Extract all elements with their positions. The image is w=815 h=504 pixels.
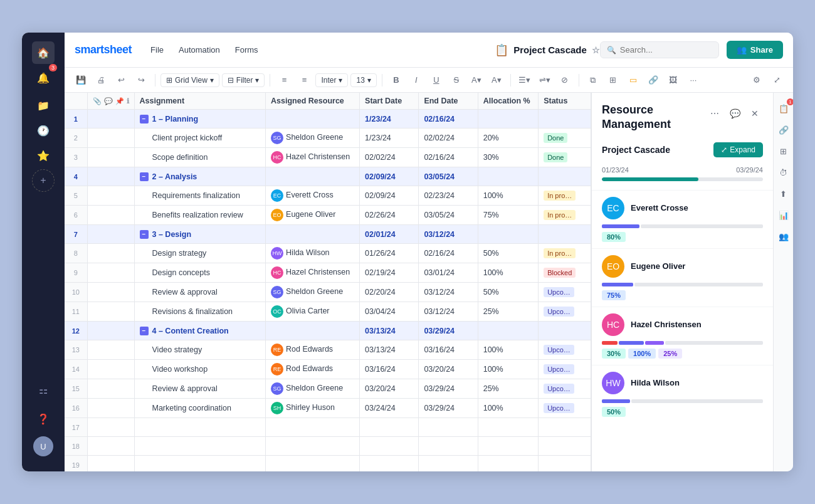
- table-row[interactable]: 3 Scope definition HCHazel Christensen 0…: [65, 148, 591, 167]
- print-button[interactable]: 🖨: [92, 71, 110, 89]
- size-chevron-icon: ▾: [367, 76, 371, 85]
- table-row[interactable]: 2 Client project kickoff SGSheldon Green…: [65, 129, 591, 148]
- table-row[interactable]: 17: [65, 418, 591, 437]
- nav-forms[interactable]: Forms: [234, 43, 260, 57]
- grid-area: 📎💬📌ℹ Assignment Assigned Resource Start …: [65, 93, 793, 471]
- rp-close-button[interactable]: ✕: [747, 105, 763, 122]
- table-row[interactable]: 18: [65, 437, 591, 456]
- more-button[interactable]: ···: [685, 71, 702, 89]
- row-num: 13: [65, 340, 87, 360]
- bgcolor-button[interactable]: A▾: [468, 71, 485, 89]
- row-icons: [87, 148, 134, 167]
- rp-comment-button[interactable]: 💬: [727, 105, 743, 122]
- col-end[interactable]: End Date: [419, 93, 478, 110]
- sidebar-item-folders[interactable]: 📁: [32, 94, 55, 119]
- nav-automation[interactable]: Automation: [177, 43, 221, 57]
- align-text-button[interactable]: ☰▾: [516, 71, 534, 89]
- rs-link-icon[interactable]: 🔗: [776, 122, 792, 138]
- sidebar-item-starred[interactable]: ⭐: [32, 144, 55, 169]
- underline-button[interactable]: U: [428, 71, 445, 89]
- table-row[interactable]: 5 Requirements finalization ECEverett Cr…: [65, 186, 591, 206]
- rp-progress-bar: [602, 177, 763, 181]
- task-cell: Design concepts: [134, 263, 266, 283]
- rp-person: EC Everett Crosse 80%: [592, 190, 773, 248]
- rs-activity-icon[interactable]: 📋 1: [776, 100, 792, 117]
- view-select[interactable]: ⊞ Grid View ▾: [160, 73, 219, 87]
- collapse-button[interactable]: −: [140, 230, 149, 239]
- font-select[interactable]: Inter ▾: [315, 73, 348, 87]
- table-row[interactable]: 6 Benefits realization review EOEugene O…: [65, 206, 591, 225]
- rp-alloc-labels: 30%100%25%: [602, 349, 763, 359]
- col-resource[interactable]: Assigned Resource: [266, 93, 360, 110]
- table-row[interactable]: 11 Revisions & finalization OCOlivia Car…: [65, 302, 591, 322]
- user-avatar[interactable]: U: [33, 436, 53, 456]
- size-select[interactable]: 13 ▾: [350, 73, 376, 87]
- table-row[interactable]: 16 Marketing coordination SHShirley Huso…: [65, 399, 591, 418]
- rs-resource-icon[interactable]: 👥: [776, 228, 792, 244]
- col-start[interactable]: Start Date: [360, 93, 419, 110]
- collapse-button[interactable]: −: [140, 115, 149, 123]
- table-row[interactable]: 7 − 3 – Design 02/01/24 03/12/24: [65, 225, 591, 244]
- textcolor-button[interactable]: A▾: [488, 71, 505, 89]
- settings-button[interactable]: ⚙: [748, 71, 765, 89]
- col-alloc[interactable]: Allocation %: [478, 93, 538, 110]
- filter-select[interactable]: ⊟ Filter ▾: [222, 73, 265, 87]
- rp-person-header: HW Hilda Wilson: [602, 372, 763, 394]
- start-cell: 03/20/24: [360, 379, 419, 399]
- sidebar: 🏠 🔔 3 📁 🕐 ⭐ + ⚏ ❓ U: [22, 33, 65, 471]
- undo-button[interactable]: ↩: [112, 71, 130, 89]
- task-cell: Client project kickoff: [134, 129, 266, 148]
- table-row[interactable]: 9 Design concepts HCHazel Christensen 02…: [65, 263, 591, 283]
- col-status[interactable]: Status: [539, 93, 591, 110]
- search-input[interactable]: [620, 45, 712, 55]
- sidebar-item-recents[interactable]: 🕐: [32, 119, 55, 144]
- sidebar-item-help[interactable]: ❓: [32, 407, 55, 433]
- redo-button[interactable]: ↪: [132, 71, 150, 89]
- group-start: 03/13/24: [360, 322, 419, 340]
- highlight-button[interactable]: ▭: [624, 71, 642, 89]
- rp-expand-button[interactable]: ⤢ Expand: [713, 142, 763, 157]
- nav-file[interactable]: File: [149, 43, 165, 57]
- table-row[interactable]: 13 Video strategy RERod Edwards 03/13/24…: [65, 340, 591, 360]
- search-bar[interactable]: 🔍: [600, 41, 719, 58]
- sidebar-item-add[interactable]: +: [32, 169, 55, 194]
- rp-person-header: HC Hazel Christensen: [602, 313, 763, 336]
- rs-upload-icon[interactable]: ⬆: [776, 186, 792, 202]
- italic-button[interactable]: I: [408, 71, 425, 89]
- save-button[interactable]: 💾: [72, 71, 90, 89]
- clear-format-button[interactable]: ⊘: [556, 71, 574, 89]
- share-button[interactable]: 👥 Share: [727, 41, 783, 59]
- bold-button[interactable]: B: [387, 71, 405, 89]
- rp-more-button[interactable]: ⋯: [707, 105, 723, 122]
- wrap-button[interactable]: ⇌▾: [536, 71, 554, 89]
- star-icon[interactable]: ☆: [592, 45, 600, 55]
- expand-button[interactable]: ⤢: [768, 71, 786, 89]
- table-row[interactable]: 1 − 1 – Planning 1/23/24 02/16/24: [65, 110, 591, 129]
- align-right-button[interactable]: ≡: [295, 71, 313, 89]
- sidebar-item-notifications[interactable]: 🔔 3: [32, 66, 55, 92]
- table-row[interactable]: 14 Video workshop RERod Edwards 03/16/24…: [65, 360, 591, 379]
- sidebar-item-home[interactable]: 🏠: [32, 41, 55, 66]
- sheet-container[interactable]: 📎💬📌ℹ Assignment Assigned Resource Start …: [65, 93, 591, 471]
- collapse-button[interactable]: −: [140, 327, 149, 335]
- table-row[interactable]: 15 Review & approval SGSheldon Greene 03…: [65, 379, 591, 399]
- format-button[interactable]: ⧉: [584, 71, 602, 89]
- rs-time-icon[interactable]: ⏱: [776, 164, 792, 181]
- image-button[interactable]: 🖼: [665, 71, 682, 89]
- row-icons: [87, 110, 134, 129]
- sidebar-item-apps[interactable]: ⚏: [32, 379, 55, 404]
- table-row[interactable]: 10 Review & approval SGSheldon Greene 02…: [65, 283, 591, 302]
- collapse-button[interactable]: −: [140, 172, 149, 181]
- rs-hierarchy-icon[interactable]: ⊞: [776, 143, 792, 159]
- link-button[interactable]: 🔗: [644, 71, 662, 89]
- table-row[interactable]: 4 − 2 – Analysis 02/09/24 03/05/24: [65, 167, 591, 186]
- rs-chart-icon[interactable]: 📊: [776, 207, 792, 223]
- col-assignment[interactable]: Assignment: [134, 93, 266, 110]
- strikethrough-button[interactable]: S: [448, 71, 465, 89]
- table-row[interactable]: 12 − 4 – Content Creation 03/13/24 03/29…: [65, 322, 591, 340]
- table-button[interactable]: ⊞: [604, 71, 622, 89]
- align-left-button[interactable]: ≡: [275, 71, 293, 89]
- table-row[interactable]: 8 Design strategy HWHilda Wilson 01/26/2…: [65, 244, 591, 263]
- empty-start: [360, 437, 419, 456]
- table-row[interactable]: 19: [65, 456, 591, 472]
